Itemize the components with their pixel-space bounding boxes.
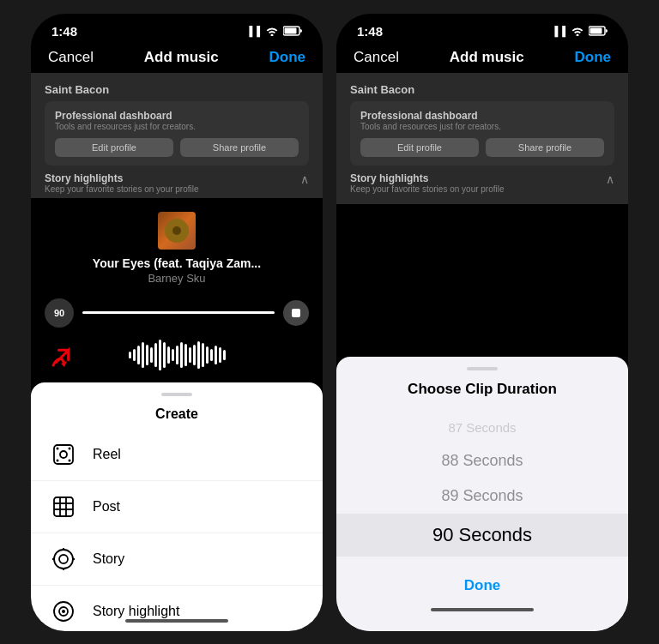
status-bar-left: 1:48 ▐▐ <box>31 14 323 42</box>
svg-rect-1 <box>285 28 297 34</box>
bg-buttons-left: Edit profile Share profile <box>55 138 299 157</box>
cancel-button-left[interactable]: Cancel <box>48 49 94 66</box>
bg-buttons-right: Edit profile Share profile <box>360 138 604 157</box>
wave-bar <box>154 343 157 367</box>
wave-bar <box>193 345 196 365</box>
bg-story-highlights-left: Story highlights Keep your favorite stor… <box>45 172 309 194</box>
sheet-item-post-left[interactable]: Post <box>31 481 323 533</box>
battery-icon-right <box>589 26 608 36</box>
music-area-left: Your Eyes (feat. Taqiya Zam... Barney Sk… <box>31 198 323 382</box>
duration-list: 87 Seconds 88 Seconds 89 Seconds 90 Seco… <box>336 412 628 557</box>
album-art-left <box>158 212 196 250</box>
wave-bar <box>167 346 170 364</box>
post-icon-left <box>48 491 79 522</box>
stop-button-left[interactable] <box>283 300 309 326</box>
bg-card-title-left: Professional dashboard <box>55 110 299 122</box>
reel-icon-left <box>48 439 79 470</box>
cancel-button-right[interactable]: Cancel <box>354 49 399 66</box>
wave-bar <box>206 346 209 364</box>
svg-point-9 <box>57 459 59 461</box>
story-label-left: Story <box>93 551 124 567</box>
chevron-up-icon-left: ∧ <box>300 172 309 186</box>
edit-profile-btn-right[interactable]: Edit profile <box>360 138 479 157</box>
svg-rect-11 <box>54 497 73 516</box>
bg-profile-right: Saint Bacon Professional dashboard Tools… <box>336 73 628 204</box>
wave-bar <box>159 340 161 370</box>
sheet-item-reel-left[interactable]: Reel <box>31 429 323 481</box>
bg-story-highlights-right: Story highlights Keep your favorite stor… <box>350 172 614 194</box>
wave-bar <box>180 342 183 368</box>
time-left: 1:48 <box>51 24 77 39</box>
bg-username-left: Saint Bacon <box>45 83 309 96</box>
duration-sheet: Choose Clip Duration 87 Seconds 88 Secon… <box>336 357 628 631</box>
create-sheet-left: Create Reel <box>31 382 323 631</box>
duration-title: Choose Clip Duration <box>336 381 628 398</box>
wave-bar <box>197 341 200 369</box>
nav-title-right: Add music <box>450 49 524 66</box>
nav-title-left: Add music <box>144 49 219 66</box>
sheet-item-highlight-left[interactable]: Story highlight <box>31 586 323 631</box>
song-title-left: Your Eyes (feat. Taqiya Zam... <box>93 256 261 270</box>
sheet-item-story-left[interactable]: Story <box>31 533 323 586</box>
bg-story-title-right: Story highlights <box>350 172 505 184</box>
wifi-icon-right <box>571 26 584 36</box>
duration-item-89[interactable]: 89 Seconds <box>336 478 628 514</box>
status-icons-left: ▐▐ <box>245 26 302 36</box>
signal-icon-right: ▐▐ <box>551 26 566 36</box>
home-indicator-left <box>125 619 228 623</box>
wave-bar <box>146 345 148 365</box>
wave-bar <box>129 352 131 358</box>
bg-card-left: Professional dashboard Tools and resourc… <box>45 101 309 166</box>
status-bar-right: 1:48 ▐▐ <box>336 14 628 42</box>
signal-icon: ▐▐ <box>245 26 261 36</box>
home-indicator-right <box>431 608 534 611</box>
waveform-left[interactable] <box>115 338 239 372</box>
duration-done-button[interactable]: Done <box>336 577 628 594</box>
done-button-left[interactable]: Done <box>269 49 305 66</box>
wave-bar <box>184 344 187 366</box>
wave-bar <box>189 347 191 363</box>
phone-left: 1:48 ▐▐ Cancel Add music Done Saint Baco… <box>31 14 323 631</box>
wave-bar <box>137 346 140 364</box>
svg-point-17 <box>59 555 68 563</box>
wave-bar <box>133 349 136 361</box>
highlight-icon-left <box>48 596 79 627</box>
duration-handle <box>467 367 498 370</box>
bg-card-sub-right: Tools and resources just for creators. <box>360 122 604 131</box>
share-profile-btn-right[interactable]: Share profile <box>486 138 604 157</box>
duration-item-88[interactable]: 88 Seconds <box>336 443 628 478</box>
svg-point-6 <box>60 451 67 458</box>
wave-bar <box>210 349 213 361</box>
duration-item-90[interactable]: 90 Seconds <box>336 514 628 557</box>
bg-card-sub-left: Tools and resources just for creators. <box>55 122 299 131</box>
svg-point-16 <box>54 550 73 569</box>
bg-card-right: Professional dashboard Tools and resourc… <box>350 101 614 166</box>
story-icon-left <box>48 544 79 575</box>
sheet-title-left: Create <box>31 406 323 422</box>
wave-bar <box>163 342 166 368</box>
nav-bar-left: Cancel Add music Done <box>31 42 323 73</box>
bg-story-sub-right: Keep your favorite stories on your profi… <box>350 184 505 194</box>
bg-story-sub-left: Keep your favorite stories on your profi… <box>45 184 199 194</box>
bg-username-right: Saint Bacon <box>350 83 614 96</box>
duration-item-87[interactable]: 87 Seconds <box>336 412 628 443</box>
wave-bar <box>142 342 144 368</box>
highlight-label-left: Story highlight <box>93 604 179 619</box>
phone-right: 1:48 ▐▐ Cancel Add music Done Saint Baco… <box>336 14 628 631</box>
wave-bar <box>150 347 153 363</box>
status-icons-right: ▐▐ <box>551 26 608 36</box>
svg-point-3 <box>172 226 181 235</box>
time-badge-left: 90 <box>45 298 74 328</box>
player-controls-left: 90 <box>31 298 323 328</box>
svg-point-24 <box>62 610 65 613</box>
reel-label-left: Reel <box>93 447 121 462</box>
arrow-indicator-left <box>50 341 77 372</box>
wave-bar <box>223 350 226 360</box>
edit-profile-btn-left[interactable]: Edit profile <box>55 138 173 157</box>
bg-profile-left: Saint Bacon Professional dashboard Tools… <box>31 73 323 204</box>
share-profile-btn-left[interactable]: Share profile <box>180 138 299 157</box>
progress-bar-left[interactable] <box>82 311 275 314</box>
done-button-right[interactable]: Done <box>574 49 611 66</box>
chevron-up-icon-right: ∧ <box>606 172 614 186</box>
wifi-icon <box>265 26 279 36</box>
